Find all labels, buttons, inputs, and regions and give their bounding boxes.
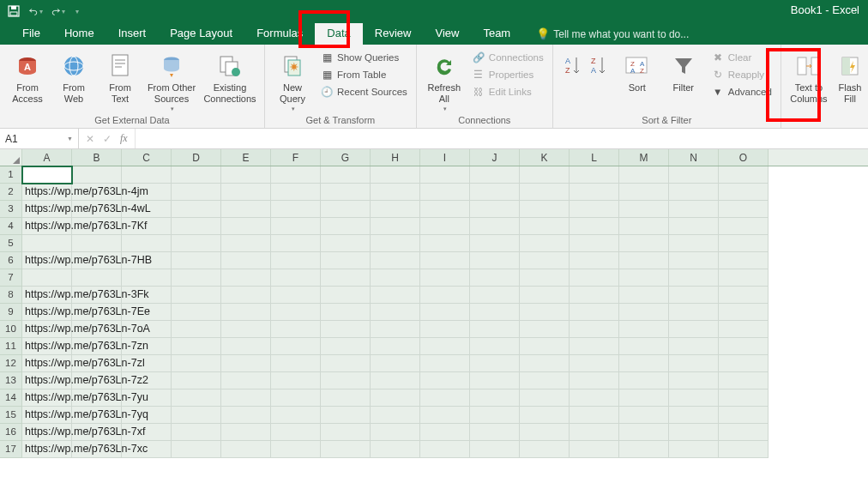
cell[interactable] [321, 372, 371, 389]
cell[interactable] [72, 235, 122, 252]
cell[interactable] [371, 304, 420, 321]
cell[interactable] [520, 235, 570, 252]
cell[interactable] [371, 252, 420, 269]
cell[interactable] [719, 166, 769, 184]
cell[interactable] [470, 218, 520, 235]
column-header[interactable]: F [271, 149, 321, 166]
cell[interactable] [172, 372, 221, 389]
row-header[interactable]: 6 [0, 252, 22, 269]
cell[interactable] [470, 166, 520, 184]
cell[interactable] [172, 184, 221, 201]
cell[interactable] [72, 389, 122, 407]
cell[interactable]: https://wp.me/p763Ln-7xf [22, 424, 72, 441]
cell[interactable] [371, 338, 420, 355]
cell[interactable] [420, 166, 470, 184]
cell[interactable] [122, 287, 172, 304]
row-header[interactable]: 12 [0, 355, 22, 372]
cell[interactable] [619, 424, 669, 441]
cell[interactable] [470, 184, 520, 201]
cell[interactable] [371, 218, 420, 235]
column-header[interactable]: M [619, 149, 669, 166]
cell[interactable] [221, 355, 271, 372]
cell[interactable] [22, 166, 72, 184]
cell[interactable] [669, 184, 719, 201]
spreadsheet-grid[interactable]: ABCDEFGHIJKLMNO 12https://wp.me/p763Ln-4… [0, 149, 868, 458]
cell[interactable] [371, 201, 420, 218]
cell[interactable] [520, 269, 570, 287]
cell[interactable] [271, 424, 321, 441]
cell[interactable] [172, 355, 221, 372]
cell[interactable] [221, 218, 271, 235]
cell[interactable] [570, 338, 619, 355]
row-header[interactable]: 9 [0, 304, 22, 321]
cell[interactable] [520, 184, 570, 201]
cell[interactable]: https://wp.me/p763Ln-7Kf [22, 218, 72, 235]
cell[interactable] [470, 424, 520, 441]
tell-me-search[interactable]: 💡 Tell me what you want to do... [536, 27, 689, 45]
cell[interactable] [719, 389, 769, 407]
cell[interactable] [122, 252, 172, 269]
cell[interactable] [619, 407, 669, 424]
cell[interactable] [520, 218, 570, 235]
tab-team[interactable]: Team [471, 23, 522, 45]
cell[interactable] [172, 424, 221, 441]
cell[interactable] [619, 252, 669, 269]
cell[interactable] [420, 441, 470, 458]
row-header[interactable]: 5 [0, 235, 22, 252]
name-box[interactable]: A1▼ [0, 129, 79, 148]
cell[interactable] [271, 372, 321, 389]
sort-asc-button[interactable]: AZ [560, 48, 586, 81]
cell[interactable]: https://wp.me/p763Ln-7yq [22, 407, 72, 424]
cell[interactable] [520, 201, 570, 218]
cell[interactable] [420, 218, 470, 235]
cell[interactable] [172, 252, 221, 269]
cell[interactable] [321, 407, 371, 424]
cell[interactable] [669, 321, 719, 338]
cell[interactable] [570, 184, 619, 201]
cell[interactable] [719, 201, 769, 218]
cell[interactable] [122, 304, 172, 321]
from-web-button[interactable]: From Web [53, 48, 94, 104]
cell[interactable] [321, 321, 371, 338]
column-header[interactable]: N [669, 149, 719, 166]
cell[interactable] [619, 201, 669, 218]
cell[interactable] [72, 218, 122, 235]
tab-data[interactable]: Data [315, 23, 362, 45]
cell[interactable] [221, 269, 271, 287]
row-header[interactable]: 17 [0, 441, 22, 458]
cell[interactable] [619, 304, 669, 321]
cell[interactable] [221, 321, 271, 338]
from-table-button[interactable]: ▦From Table [318, 67, 409, 82]
row-header[interactable]: 14 [0, 389, 22, 407]
cell[interactable] [172, 218, 221, 235]
cell[interactable] [172, 441, 221, 458]
cell[interactable] [669, 166, 719, 184]
cell[interactable] [470, 287, 520, 304]
row-header[interactable]: 4 [0, 218, 22, 235]
row-header[interactable]: 3 [0, 201, 22, 218]
cell[interactable] [221, 304, 271, 321]
cell[interactable] [22, 269, 72, 287]
cell[interactable] [122, 338, 172, 355]
tab-formulas[interactable]: Formulas [244, 23, 315, 45]
cell[interactable] [371, 372, 420, 389]
cell[interactable] [72, 441, 122, 458]
cell[interactable] [619, 235, 669, 252]
cell[interactable] [221, 235, 271, 252]
cell[interactable] [470, 441, 520, 458]
cell[interactable] [371, 389, 420, 407]
cell[interactable] [420, 372, 470, 389]
cell[interactable] [221, 441, 271, 458]
cell[interactable] [72, 252, 122, 269]
cell[interactable] [520, 441, 570, 458]
cell[interactable] [669, 441, 719, 458]
cell[interactable] [271, 287, 321, 304]
column-header[interactable]: A [22, 149, 72, 166]
cell[interactable] [619, 218, 669, 235]
cell[interactable] [321, 218, 371, 235]
cell[interactable] [570, 166, 619, 184]
cell[interactable] [719, 218, 769, 235]
cell[interactable] [172, 166, 221, 184]
cell[interactable] [271, 235, 321, 252]
tab-file[interactable]: File [10, 23, 52, 45]
